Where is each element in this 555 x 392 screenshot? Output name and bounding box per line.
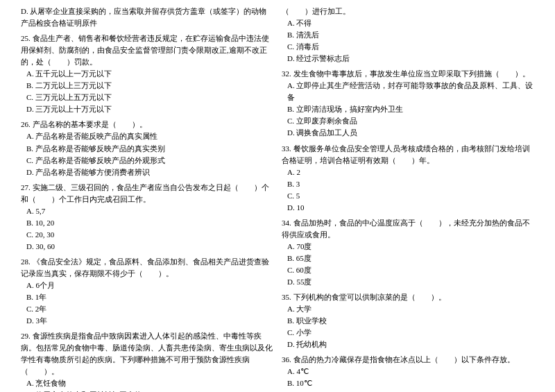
q31-cont-text: （ ）进行加工。 [282, 6, 534, 17]
list-item: B. 职业学校 [287, 315, 534, 327]
q26-text: 26. 产品名称的基本要求是（ ）。 [21, 119, 273, 130]
list-item: C. 2年 [26, 303, 273, 315]
list-item: B. 使用安全的水和原材料加工食物 [26, 389, 273, 392]
list-item: D. 三万元以上十万元以下 [26, 103, 273, 115]
q25-block: 25. 食品生产者、销售者和餐饮经营者违反规定，在贮存运输食品中违法使用保鲜剂、… [21, 33, 273, 115]
list-item: B. 3 [287, 178, 534, 190]
q28-block: 28. 《食品安全法》规定，食品原料、食品添加剂、食品相关产品进货查验记录应当真… [21, 256, 273, 327]
q27-block: 27. 实施二级、三级召回的，食品生产者应当自公告发布之日起（ ）个和（ ）个工… [21, 182, 273, 253]
list-item: B. 二万元以上三万元以下 [26, 80, 273, 92]
q32-options: A. 立即停止其生产经营活动，封存可能导致事故的食品及原料、工具、设备 B. 立… [282, 80, 534, 139]
list-item: C. 小学 [287, 327, 534, 339]
list-item: A. 大学 [287, 303, 534, 315]
two-column-layout: D. 从屠宰企业直接采购的，应当索取并留存供货方盖章（或签字）的动物产品检疫合格… [21, 6, 534, 392]
list-item: A. 6个月 [26, 280, 273, 291]
q24-cont: D. 从屠宰企业直接采购的，应当索取并留存供货方盖章（或签字）的动物产品检疫合格… [21, 6, 273, 29]
list-item: C. 消毒后 [287, 41, 534, 53]
list-item: B. 产品名称是否能够反映产品的真实类别 [26, 143, 273, 155]
q28-options: A. 6个月 B. 1年 C. 2年 D. 3年 [21, 280, 273, 327]
list-item: C. 20, 30 [26, 229, 273, 241]
list-item: B. 1年 [26, 291, 273, 303]
list-item: D. 托幼机构 [287, 339, 534, 350]
list-item: C. 60度 [287, 264, 534, 276]
list-item: B. 10, 20 [26, 217, 273, 229]
list-item: C. 5 [287, 190, 534, 202]
q36-text: 36. 食品的热力冷藏保存是指食物在冰点以上（ ）以下条件存放。 [282, 354, 534, 366]
q25-options: A. 五千元以上一万元以下 B. 二万元以上三万元以下 C. 三万元以上五万元以… [21, 68, 273, 115]
list-item: D. 10 [287, 202, 534, 214]
q35-block: 35. 下列机构的食堂可以供制凉菜的是（ ）。 A. 大学 B. 职业学校 C.… [282, 291, 534, 350]
list-item: B. 10℃ [287, 377, 534, 389]
list-item: A. 不得 [287, 17, 534, 29]
list-item: C. 产品名称是否能够反映产品的外观形式 [26, 155, 273, 167]
list-item: D. 30, 60 [26, 241, 273, 253]
list-item: A. 烹饪食物 [26, 377, 273, 389]
list-item: D. 产品名称是否能够方便消费者辨识 [26, 167, 273, 178]
list-item: A. 2 [287, 167, 534, 178]
list-item: B. 清洗后 [287, 29, 534, 41]
q29-text: 29. 食源性疾病是指食品中致病因素进入人体引起的感染性、中毒性等疾病。包括常见… [21, 330, 273, 377]
list-item: D. 3年 [26, 315, 273, 327]
right-column: （ ）进行加工。 A. 不得 B. 清洗后 C. 消毒后 D. 经过示警标志后 … [282, 6, 534, 392]
list-item: A. 5,7 [26, 205, 273, 217]
list-item: C. 三万元以上五万元以下 [26, 92, 273, 103]
q33-text: 33. 餐饮服务单位食品安全管理人员考核成绩合格的，由考核部门发给培训合格证明，… [282, 143, 534, 167]
list-item: B. 立即清洁现场，搞好室内外卫生 [287, 103, 534, 115]
q27-text: 27. 实施二级、三级召回的，食品生产者应当自公告发布之日起（ ）个和（ ）个工… [21, 182, 273, 205]
q29-block: 29. 食源性疾病是指食品中致病因素进入人体引起的感染性、中毒性等疾病。包括常见… [21, 330, 273, 392]
q33-options: A. 2 B. 3 C. 5 D. 10 [282, 167, 534, 214]
q36-block: 36. 食品的热力冷藏保存是指食物在冰点以上（ ）以下条件存放。 A. 4℃ B… [282, 354, 534, 392]
q27-options: A. 5,7 B. 10, 20 C. 20, 30 D. 30, 60 [21, 205, 273, 253]
q25-text: 25. 食品生产者、销售者和餐饮经营者违反规定，在贮存运输食品中违法使用保鲜剂、… [21, 33, 273, 68]
q32-text: 32. 发生食物中毒事故后，事故发生单位应当立即采取下列措施（ ）。 [282, 68, 534, 80]
q29-options: A. 烹饪食物 B. 使用安全的水和原材料加工食物 C. 使用冰箱长时间储存食物… [21, 377, 273, 392]
q34-options: A. 70度 B. 65度 C. 60度 D. 55度 [282, 241, 534, 288]
q33-block: 33. 餐饮服务单位食品安全管理人员考核成绩合格的，由考核部门发给培训合格证明，… [282, 143, 534, 214]
q31-cont-options: A. 不得 B. 清洗后 C. 消毒后 D. 经过示警标志后 [282, 17, 534, 65]
q28-text: 28. 《食品安全法》规定，食品原料、食品添加剂、食品相关产品进货查验记录应当真… [21, 256, 273, 280]
q26-options: A. 产品名称是否能反映产品的真实属性 B. 产品名称是否能够反映产品的真实类别… [21, 130, 273, 178]
q35-options: A. 大学 B. 职业学校 C. 小学 D. 托幼机构 [282, 303, 534, 350]
list-item: D. 调换食品加工人员 [287, 127, 534, 139]
q32-block: 32. 发生食物中毒事故后，事故发生单位应当立即采取下列措施（ ）。 A. 立即… [282, 68, 534, 139]
list-item: A. 产品名称是否能反映产品的真实属性 [26, 130, 273, 142]
list-item: B. 65度 [287, 253, 534, 264]
list-item: D. 经过示警标志后 [287, 53, 534, 65]
list-item: A. 立即停止其生产经营活动，封存可能导致事故的食品及原料、工具、设备 [287, 80, 534, 103]
left-column: D. 从屠宰企业直接采购的，应当索取并留存供货方盖章（或签字）的动物产品检疫合格… [21, 6, 273, 392]
page-container: D. 从屠宰企业直接采购的，应当索取并留存供货方盖章（或签字）的动物产品检疫合格… [0, 0, 555, 392]
q36-options: A. 4℃ B. 10℃ C. 20℃ D. 30℃ [282, 366, 534, 392]
q35-text: 35. 下列机构的食堂可以供制凉菜的是（ ）。 [282, 291, 534, 303]
q24-cont-text: D. 从屠宰企业直接采购的，应当索取并留存供货方盖章（或签字）的动物产品检疫合格… [21, 6, 273, 29]
list-item: A. 70度 [287, 241, 534, 253]
q26-block: 26. 产品名称的基本要求是（ ）。 A. 产品名称是否能反映产品的真实属性 B… [21, 119, 273, 178]
q34-text: 34. 食品加热时，食品的中心温度应高于（ ），未经充分加热的食品不得供应或食用… [282, 217, 534, 241]
list-item: A. 4℃ [287, 366, 534, 377]
list-item: C. 立即废弃剩余食品 [287, 115, 534, 127]
q34-block: 34. 食品加热时，食品的中心温度应高于（ ），未经充分加热的食品不得供应或食用… [282, 217, 534, 288]
q31-cont-block: （ ）进行加工。 A. 不得 B. 清洗后 C. 消毒后 D. 经过示警标志后 [282, 6, 534, 65]
list-item: D. 55度 [287, 276, 534, 288]
list-item: A. 五千元以上一万元以下 [26, 68, 273, 80]
list-item: C. 20℃ [287, 389, 534, 392]
